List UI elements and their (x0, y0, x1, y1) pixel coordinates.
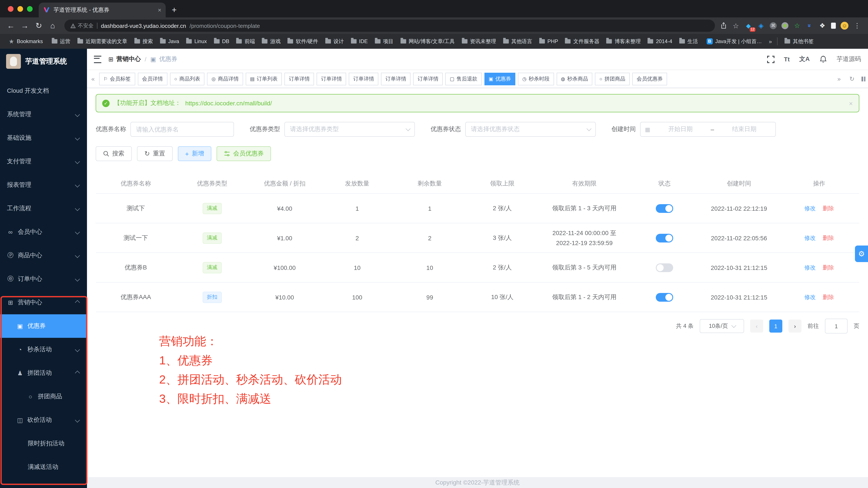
start-date-placeholder[interactable]: 开始日期 (654, 125, 707, 133)
sidebar-item[interactable]: 系统管理 (0, 103, 87, 126)
settings-gear-button[interactable]: ⚙ (855, 246, 868, 262)
bookmark-folder[interactable]: 博客未整理 (603, 38, 644, 45)
status-toggle[interactable] (656, 204, 673, 213)
extensions-puzzle-icon[interactable]: ❖ (818, 22, 826, 30)
bookmark-folder[interactable]: Linux (183, 38, 210, 45)
page-tab[interactable]: ◷ 秒杀时段 (518, 73, 554, 85)
layout-columns-icon[interactable] (862, 77, 865, 81)
bookmark-folder[interactable]: PHP (535, 38, 561, 45)
forward-icon[interactable]: → (18, 21, 31, 30)
date-range-picker[interactable]: ▦ 开始日期 – 结束日期 (640, 122, 776, 137)
bookmark-folder[interactable]: 设计 (321, 38, 347, 45)
bookmark-site[interactable]: B Java开发 | 小组首… (703, 38, 765, 45)
not-secure-warning[interactable]: 不安全 (70, 22, 93, 29)
delete-link[interactable]: 删除 (823, 264, 834, 270)
coupon-type-select[interactable]: 请选择优惠券类型 (284, 122, 415, 137)
sidebar-item[interactable]: ◔ 秒杀活动 (0, 338, 87, 361)
page-tab[interactable]: 订单详情 (381, 73, 411, 85)
page-tab[interactable]: 订单详情 (349, 73, 378, 85)
sidebar-item[interactable]: ⓔ 订单中心 (0, 267, 87, 291)
browser-tab[interactable]: 芋道管理系统 - 优惠券 × (39, 3, 166, 18)
tabs-scroll-left-icon[interactable]: « (90, 75, 97, 82)
page-tab[interactable]: 会员详情 (137, 73, 167, 85)
sidebar-item[interactable]: 限时折扣活动 (0, 432, 87, 455)
reset-button[interactable]: ↻ 重置 (137, 146, 173, 161)
sidebar-item[interactable]: 工作流程 (0, 197, 87, 220)
bookmark-folder[interactable]: 其他语言 (499, 38, 535, 45)
tabs-scroll-right-icon[interactable]: » (836, 75, 843, 82)
sidebar-item[interactable]: Cloud 开发文档 (0, 79, 87, 103)
sidebar-item[interactable]: 支付管理 (0, 150, 87, 173)
member-coupon-button[interactable]: 会员优惠券 (217, 146, 271, 161)
extension-reader-icon[interactable] (831, 23, 836, 29)
page-tab[interactable]: 订单详情 (285, 73, 314, 85)
delete-link[interactable]: 删除 (823, 234, 834, 241)
new-tab-button[interactable]: + (172, 5, 177, 15)
browser-profile-avatar[interactable]: ☺ (841, 22, 848, 30)
page-tab[interactable]: 订单详情 (413, 73, 443, 85)
goto-page-input[interactable] (825, 319, 847, 334)
status-toggle[interactable] (656, 263, 673, 272)
address-bar[interactable]: 不安全 dashboard-vue3.yudao.iocoder.cn/prom… (64, 20, 715, 32)
breadcrumb-first[interactable]: 营销中心 (116, 55, 141, 63)
reload-icon[interactable]: ↻ (32, 21, 45, 30)
sidebar-item[interactable]: ▣ 优惠券 (0, 314, 87, 338)
extension-recorder-icon[interactable] (781, 22, 788, 29)
page-number-current[interactable]: 1 (769, 319, 782, 333)
add-button[interactable]: + 新增 (178, 146, 212, 161)
page-tab[interactable]: 会员优惠券 (632, 73, 667, 85)
extension-kite-icon[interactable]: ◈ (757, 22, 765, 30)
bookmark-folder[interactable]: IDE (347, 38, 371, 45)
font-size-icon[interactable]: Tt (784, 56, 789, 63)
notification-bell-icon[interactable] (819, 55, 827, 63)
page-tab[interactable]: ⚐ 会员标签 (99, 73, 135, 85)
page-tab[interactable]: ◍ 秒杀商品 (557, 73, 592, 85)
sidebar-item[interactable]: 满减送活动 (0, 455, 87, 479)
bookmark-folder[interactable]: 游戏 (258, 38, 284, 45)
app-logo[interactable]: 芋道管理系统 (0, 49, 87, 74)
bookmark-folder[interactable]: 2014-4 (644, 38, 676, 45)
next-page-button[interactable]: › (788, 319, 802, 333)
back-icon[interactable]: ← (4, 21, 18, 30)
edit-link[interactable]: 修改 (805, 294, 816, 300)
delete-link[interactable]: 删除 (823, 294, 834, 300)
bookmark-folder[interactable]: 运营 (48, 38, 74, 45)
bookmark-folder[interactable]: 文件服务器 (562, 38, 603, 45)
bookmark-folder[interactable]: Java (156, 38, 183, 45)
extension-chevrons-icon[interactable]: » (806, 22, 813, 30)
close-window-button[interactable] (8, 6, 13, 11)
coupon-name-input[interactable] (130, 122, 234, 137)
bookmark-folder[interactable]: 软件/硬件 (284, 38, 322, 45)
extension-command-icon[interactable]: ⌘ (770, 22, 777, 29)
page-tab[interactable]: ▣ 优惠券 (485, 73, 516, 85)
sidebar-item[interactable]: ⊞ 营销中心 (0, 291, 87, 314)
edit-link[interactable]: 修改 (805, 205, 816, 211)
extension-diamond-icon[interactable]: ◆12 (744, 22, 752, 29)
zoom-window-button[interactable] (27, 6, 33, 11)
bookmark-folder[interactable]: 近期需要读的文章 (74, 38, 131, 45)
home-icon[interactable]: ⌂ (46, 21, 59, 30)
sidebar-item[interactable]: 基础设施 (0, 126, 87, 150)
tab-close-icon[interactable]: × (158, 6, 161, 13)
other-bookmarks[interactable]: 其他书签 (781, 38, 817, 45)
end-date-placeholder[interactable]: 结束日期 (717, 125, 771, 133)
page-tab[interactable]: 订单详情 (317, 73, 346, 85)
alert-doc-link[interactable]: https://doc.iocoder.cn/mall/build/ (185, 100, 272, 107)
delete-link[interactable]: 删除 (823, 205, 834, 211)
edit-link[interactable]: 修改 (805, 264, 816, 270)
page-tab[interactable]: ▢ 售后退款 (445, 73, 482, 85)
bookmark-folder[interactable]: 网站/博客/文章/工具 (397, 38, 458, 45)
sidebar-item[interactable]: Ⓟ 商品中心 (0, 244, 87, 267)
coupon-status-select[interactable]: 请选择优惠券状态 (465, 122, 596, 137)
bookmark-folder[interactable]: 搜索 (131, 38, 156, 45)
extension-green-star-icon[interactable]: ☆ (793, 22, 801, 30)
alert-close-icon[interactable]: × (849, 99, 853, 107)
status-toggle[interactable] (656, 293, 673, 302)
sidebar-item[interactable]: 报表管理 (0, 173, 87, 197)
bookmark-folder[interactable]: 项目 (371, 38, 397, 45)
tabs-refresh-icon[interactable]: ↻ (848, 75, 856, 82)
bookmark-folder[interactable]: 生活 (676, 38, 702, 45)
minimize-window-button[interactable] (18, 6, 23, 11)
sidebar-item[interactable]: ∞ 会员中心 (0, 220, 87, 244)
sidebar-item[interactable]: ◫ 砍价活动 (0, 408, 87, 432)
